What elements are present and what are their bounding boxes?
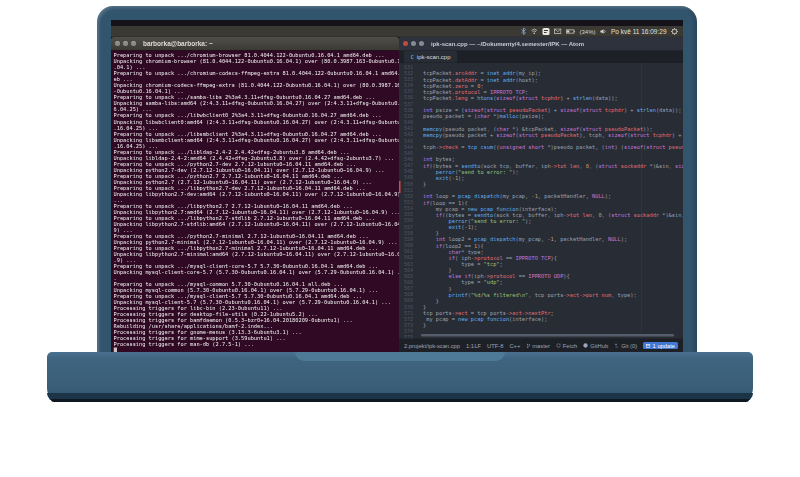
- package-icon: [646, 343, 651, 348]
- code-editor[interactable]: 5315325335345355365375385395405415425435…: [399, 63, 683, 339]
- status-bar: 2.projekt/ipk-scan.cpp 1:1 LF UTF-8 C++ …: [399, 339, 683, 353]
- branch-icon: [526, 343, 530, 349]
- laptop-base-notch: [295, 352, 505, 361]
- tab-ipk-scan[interactable]: C ipk-scan.cpp: [403, 51, 458, 63]
- wrap-guide: [641, 63, 642, 339]
- laptop-base: [47, 352, 753, 402]
- terminal-line: Preparing to unpack .../libwbclient0_2%3…: [114, 112, 400, 118]
- session-gear-icon[interactable]: [671, 28, 678, 35]
- terminal-line: Unpacking libpython2.7-minimal:amd64 (2.…: [114, 251, 400, 257]
- laptop-screen: (34%) Po kvě 11 16:09:29: [111, 20, 683, 352]
- atom-title: ipk-scan.cpp — ~/Dokumenty/4.semester/IP…: [431, 40, 584, 47]
- bluetooth-icon[interactable]: [521, 28, 526, 36]
- terminal-line: Unpacking chromium-browser (81.0.4044.12…: [114, 58, 400, 64]
- window-area: barborka@barborka: ~ Preparing to unpack…: [111, 37, 683, 352]
- horizontal-scrollbar[interactable]: [421, 334, 674, 337]
- terminal-line: Preparing to unpack .../chromium-codecs-…: [114, 70, 400, 76]
- terminal-line: Unpacking libwbclient0:amd64 (2:4.3.11+d…: [114, 118, 400, 124]
- battery-label: (34%): [579, 28, 595, 35]
- terminal-titlebar[interactable]: barborka@barborka: ~: [111, 37, 399, 51]
- atom-window: ipk-scan.cpp — ~/Dokumenty/4.semester/IP…: [399, 37, 683, 352]
- status-cursor-position[interactable]: 1:1: [466, 343, 474, 349]
- terminal-line: Unpacking libpython2.7-dev:amd64 (2.7.12…: [114, 191, 400, 197]
- system-tray: (34%) Po kvě 11 16:09:29: [521, 28, 678, 36]
- status-line-ending[interactable]: LF: [474, 343, 481, 349]
- terminal-line: Unpacking mysql-client-core-5.7 (5.7.30-…: [114, 269, 400, 275]
- git-diff-icon: [614, 343, 619, 348]
- laptop-base-bottom: [47, 393, 753, 402]
- atom-titlebar[interactable]: ipk-scan.cpp — ~/Dokumenty/4.semester/IP…: [399, 37, 683, 51]
- clock[interactable]: Po kvě 11 16:09:29: [611, 28, 667, 36]
- volume-icon[interactable]: [600, 28, 607, 34]
- terminal-line: Unpacking python2.7-minimal (2.7.12-1ubu…: [114, 239, 400, 245]
- laptop-mockup: (34%) Po kvě 11 16:09:29: [0, 0, 800, 477]
- tab-label: ipk-scan.cpp: [417, 53, 451, 60]
- atom-maximize-button[interactable]: [419, 41, 424, 46]
- atom-minimize-button[interactable]: [411, 41, 416, 46]
- terminal-line: Unpacking samba-libs:amd64 (2:4.3.11+dfs…: [114, 100, 400, 106]
- terminal-maximize-button[interactable]: [131, 41, 136, 46]
- keyboard-layout-indicator[interactable]: [542, 28, 549, 35]
- terminal-window: barborka@barborka: ~ Preparing to unpack…: [111, 37, 399, 352]
- sync-icon: [556, 343, 561, 348]
- code-line: tcph->check = tcp_csum((unsigned short *…: [423, 144, 683, 150]
- terminal-close-button[interactable]: [115, 41, 120, 46]
- laptop-bezel: (34%) Po kvě 11 16:09:29: [97, 6, 697, 356]
- terminal-title: barborka@barborka: ~: [143, 40, 213, 48]
- gutter[interactable]: 5315325335345355365375385395405415425435…: [399, 63, 417, 339]
- terminal-line: Preparing to unpack .../libsmbclient_2%3…: [114, 130, 400, 136]
- atom-close-button[interactable]: [403, 41, 408, 46]
- terminal-line: Preparing to unpack .../mysql-client-cor…: [114, 263, 400, 269]
- status-file-path[interactable]: 2.projekt/ipk-scan.cpp: [404, 343, 460, 349]
- terminal-line: Unpacking libpython2.7-stdlib:amd64 (2.7…: [114, 221, 400, 227]
- status-encoding[interactable]: UTF-8: [487, 343, 503, 349]
- tab-bar: C ipk-scan.cpp: [399, 51, 683, 64]
- network-icon[interactable]: [530, 28, 538, 35]
- terminal-line: Unpacking libsmbclient:amd64 (2:4.3.11+d…: [114, 136, 400, 142]
- battery-icon[interactable]: [566, 29, 575, 34]
- terminal-line: Preparing to unpack .../libpython2.7-min…: [114, 245, 400, 251]
- code-area[interactable]: tcpPacket.srcAddr = inet_addr(my_ip);tcp…: [417, 63, 683, 339]
- terminal-output[interactable]: Preparing to unpack .../chromium-browser…: [111, 51, 399, 353]
- cpp-file-icon: C: [411, 54, 414, 61]
- code-line: memcpy(pseudo_packet + sizeof(struct pse…: [423, 132, 683, 138]
- line-number: 575: [399, 335, 417, 339]
- update-badge[interactable]: 1 update: [643, 342, 678, 349]
- terminal-minimize-button[interactable]: [123, 41, 128, 46]
- status-fetch[interactable]: Fetch: [556, 343, 577, 349]
- github-icon: [583, 343, 588, 348]
- status-github[interactable]: GitHub: [583, 343, 608, 349]
- status-git-changes[interactable]: Git (0): [614, 343, 637, 349]
- status-grammar[interactable]: C++: [509, 343, 520, 349]
- status-git-branch[interactable]: master: [526, 343, 550, 349]
- mail-icon[interactable]: [554, 29, 562, 35]
- top-panel: (34%) Po kvě 11 16:09:29: [111, 26, 683, 37]
